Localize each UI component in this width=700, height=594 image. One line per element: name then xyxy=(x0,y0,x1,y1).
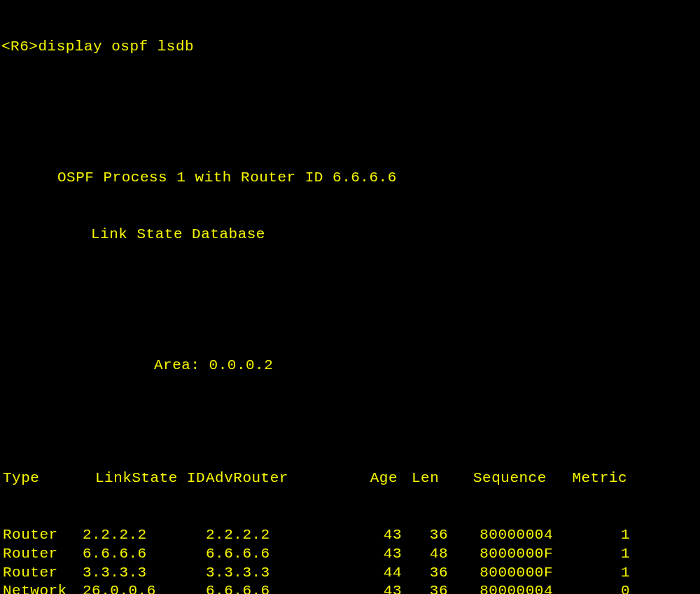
col-header-len: Len xyxy=(402,469,448,488)
cell-len: 36 xyxy=(402,526,448,545)
area-header: Area: 0.0.0.2 xyxy=(0,357,700,375)
terminal-output[interactable]: <R6>display ospf lsdb OSPF Process 1 wit… xyxy=(0,0,700,594)
command-prompt-line: <R6>display ospf lsdb xyxy=(0,38,700,57)
table-row: Router6.6.6.66.6.6.643488000000F1 xyxy=(3,545,700,564)
cell-sequence: 80000004 xyxy=(448,526,553,545)
cell-sequence: 80000004 xyxy=(448,582,553,594)
col-header-linkstate-id: LinkState ID xyxy=(83,469,206,488)
table-header-row: TypeLinkState IDAdvRouterAgeLenSequenceM… xyxy=(3,469,700,488)
lsdb-table: TypeLinkState IDAdvRouterAgeLenSequenceM… xyxy=(0,431,700,594)
col-header-sequence: Sequence xyxy=(448,469,553,488)
col-header-advrouter: AdvRouter xyxy=(206,469,353,488)
cell-advrouter: 6.6.6.6 xyxy=(206,545,353,564)
cell-metric: 1 xyxy=(553,526,630,545)
host-prompt: <R6> xyxy=(1,39,38,55)
cell-sequence: 8000000F xyxy=(448,564,553,583)
cell-age: 43 xyxy=(353,526,402,545)
cell-len: 48 xyxy=(402,545,448,564)
cell-linkstate-id: 6.6.6.6 xyxy=(83,545,206,564)
col-header-metric: Metric xyxy=(553,469,630,488)
cell-type: Router xyxy=(3,545,83,564)
cell-advrouter: 6.6.6.6 xyxy=(206,582,353,594)
cell-metric: 0 xyxy=(553,582,630,594)
cell-len: 36 xyxy=(402,564,448,583)
cell-linkstate-id: 2.2.2.2 xyxy=(83,526,206,545)
cell-age: 43 xyxy=(353,545,402,564)
cell-sequence: 8000000F xyxy=(448,545,553,564)
cell-type: Network xyxy=(3,582,83,594)
cell-type: Router xyxy=(3,526,83,545)
col-header-type: Type xyxy=(3,469,83,488)
col-header-age: Age xyxy=(353,469,402,488)
cell-linkstate-id: 3.3.3.3 xyxy=(83,564,206,583)
ospf-process-header: OSPF Process 1 with Router ID 6.6.6.6 xyxy=(0,169,700,188)
cell-type: Router xyxy=(3,564,83,583)
cell-len: 36 xyxy=(402,582,448,594)
cell-age: 43 xyxy=(353,582,402,594)
cell-metric: 1 xyxy=(553,564,630,583)
table-row: Router3.3.3.33.3.3.344368000000F1 xyxy=(3,564,700,583)
lsdb-header: Link State Database xyxy=(0,226,700,244)
cell-advrouter: 2.2.2.2 xyxy=(206,526,353,545)
cell-age: 44 xyxy=(353,564,402,583)
cell-linkstate-id: 26.0.0.6 xyxy=(83,582,206,594)
command-text: display ospf lsdb xyxy=(38,39,194,55)
cell-advrouter: 3.3.3.3 xyxy=(206,564,353,583)
cell-metric: 1 xyxy=(553,545,630,564)
table-row: Network26.0.0.66.6.6.64336800000040 xyxy=(3,582,700,594)
table-row: Router2.2.2.22.2.2.24336800000041 xyxy=(3,526,700,545)
